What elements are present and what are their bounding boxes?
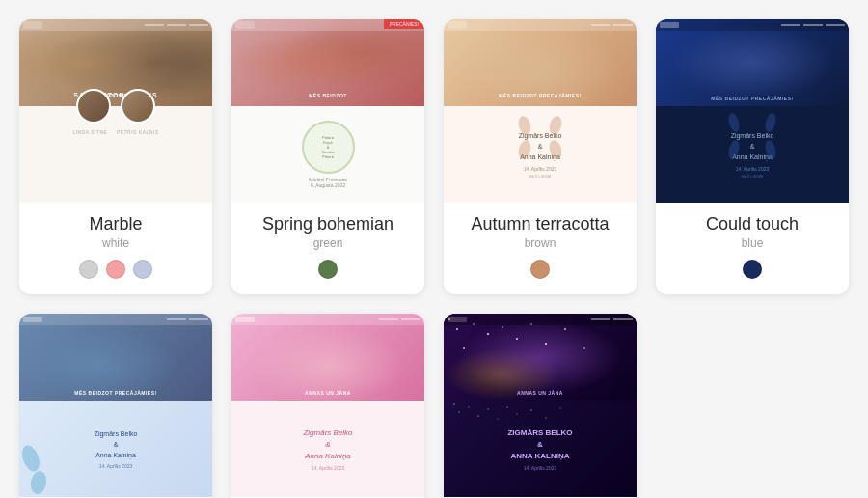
dot-white[interactable] <box>79 260 98 279</box>
preview-spring: PRECĀNIES! MĒS BEIDZOT PataraKopā&Sandra… <box>231 19 424 203</box>
card-floral-blue[interactable]: MĒS BEIDZOT PRECĀJĀMIES! Zigmārs Belko&A… <box>19 314 212 498</box>
preview-pink-roses: ANNAS UN JĀNA Zigmārs Belko&Anna Kalniņa… <box>231 314 424 497</box>
card-info-spring: Spring bohemian green <box>231 203 424 294</box>
color-swatches-marble <box>79 260 152 279</box>
pink-roses-date: 14. Aprīlis 2023 <box>312 465 344 471</box>
card-subtitle-touch: blue <box>742 236 764 250</box>
card-subtitle-marble: white <box>102 236 129 250</box>
avatar-female <box>76 89 111 124</box>
template-grid: SANDERTON PETRIS LINDA SITNE PETRIS KALN… <box>19 19 849 498</box>
preview-marble: SANDERTON PETRIS LINDA SITNE PETRIS KALN… <box>19 19 212 203</box>
svg-point-3 <box>548 139 564 160</box>
dot-green[interactable] <box>318 260 338 279</box>
dot-blue[interactable] <box>133 260 152 279</box>
color-swatches-spring <box>318 260 338 279</box>
card-title-marble: Marble <box>89 214 142 235</box>
dot-pink[interactable] <box>106 260 125 279</box>
svg-point-4 <box>726 112 741 133</box>
svg-point-2 <box>548 116 564 136</box>
card-info-autumn: Autumn terracotta brown <box>444 203 637 294</box>
floral-blue-names: Zigmārs Belko&Anna Kalniņa <box>95 429 138 461</box>
card-subtitle-autumn: brown <box>525 236 556 250</box>
spring-date-text: Mārtiņš Freimanis6. Augusta 2022 <box>309 177 347 188</box>
svg-point-5 <box>726 139 741 160</box>
pink-roses-names: Zigmārs Belko&Anna Kalniņa <box>303 428 352 462</box>
touch-location: MĒŠ LIKSIM <box>742 174 764 179</box>
card-subtitle-spring: green <box>313 236 343 250</box>
card-title-autumn: Autumn terracotta <box>471 214 609 235</box>
card-could-touch[interactable]: MĒS BEIDZOT PRECĀJĀMIES! Zigmārs Belko&A… <box>656 19 849 294</box>
dot-brown[interactable] <box>530 260 550 279</box>
card-marble[interactable]: SANDERTON PETRIS LINDA SITNE PETRIS KALN… <box>19 19 212 294</box>
preview-touch: MĒS BEIDZOT PRECĀJĀMIES! Zigmārs Belko&A… <box>656 19 849 203</box>
svg-point-9 <box>29 470 48 495</box>
floral-wreath: PataraKopā&SandraPēterā <box>302 121 355 174</box>
dot-navy[interactable] <box>743 260 762 279</box>
touch-hero-text: MĒS BEIDZOT PRECĀJĀMIES! <box>656 96 849 101</box>
card-night[interactable]: ANNAS UN JĀNA ZIGMĀRS BELKO&ANNA KALNIŅA… <box>444 314 637 498</box>
card-spring-bohemian[interactable]: PRECĀNIES! MĒS BEIDZOT PataraKopā&Sandra… <box>231 19 424 294</box>
preview-floral-blue: MĒS BEIDZOT PRECĀJĀMIES! Zigmārs Belko&A… <box>19 314 212 497</box>
floral-blue-date: 14. Aprīlis 2023 <box>99 463 132 469</box>
card-info-marble: Marble white <box>19 203 212 294</box>
svg-point-0 <box>516 116 532 136</box>
card-info-touch: Could touch blue <box>656 203 849 294</box>
card-title-touch: Could touch <box>706 214 799 235</box>
color-swatches-touch <box>743 260 762 279</box>
preview-autumn: MĒS BEIDZOT PRECĀJĀMIES! Zigmārs Belko&A… <box>444 19 637 203</box>
autumn-location: MĒŠ LIKSIM <box>529 174 552 179</box>
avatar-male <box>121 89 155 124</box>
svg-point-6 <box>764 112 778 133</box>
color-swatches-autumn <box>530 260 550 279</box>
card-pink-roses[interactable]: ANNAS UN JĀNA Zigmārs Belko&Anna Kalniņa… <box>231 314 424 498</box>
svg-point-7 <box>764 139 778 160</box>
autumn-hero-text: MĒS BEIDZOT PRECĀJĀMIES! <box>444 93 637 98</box>
card-autumn-terracotta[interactable]: MĒS BEIDZOT PRECĀJĀMIES! Zigmārs Belko&A… <box>444 19 637 294</box>
spring-hero-text: MĒS BEIDZOT <box>231 93 424 98</box>
card-title-spring: Spring bohemian <box>262 214 393 235</box>
preview-night: ANNAS UN JĀNA ZIGMĀRS BELKO&ANNA KALNIŅA… <box>444 314 637 497</box>
svg-point-8 <box>19 443 42 474</box>
svg-point-1 <box>516 139 532 160</box>
